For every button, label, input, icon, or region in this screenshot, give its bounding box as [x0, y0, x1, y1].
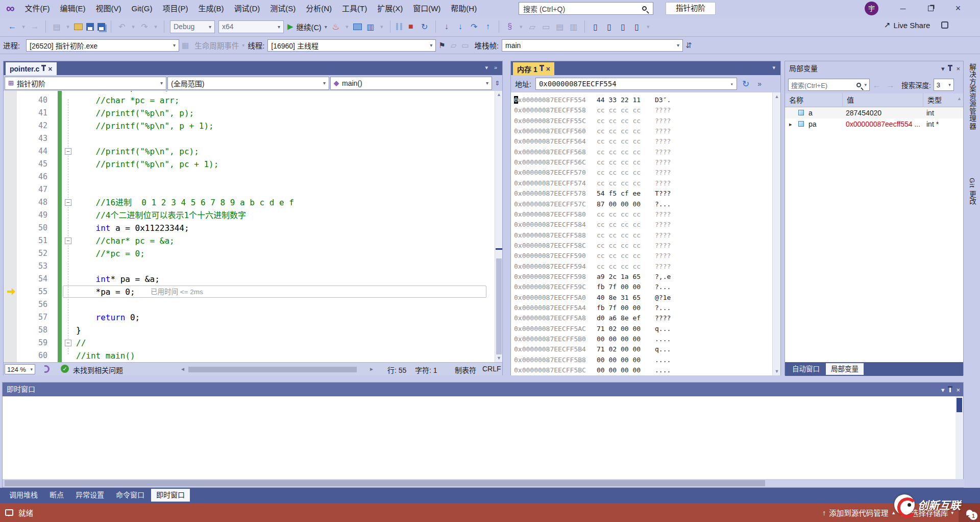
- variable-value[interactable]: 0x00000087eecff554 ...: [846, 118, 922, 130]
- scroll-up-icon[interactable]: ▲: [773, 92, 781, 101]
- navigate-back-icon[interactable]: ←: [7, 22, 17, 31]
- column-name[interactable]: 名称: [785, 93, 843, 107]
- scroll-up-icon[interactable]: ▲: [495, 91, 502, 99]
- memory-row[interactable]: 0x00000087EECFF58Ccc cc cc cc????: [511, 241, 773, 251]
- memory-row[interactable]: 0x00000087EECFF55444 33 22 11D3″.: [511, 95, 773, 105]
- column-type[interactable]: 类型: [923, 93, 956, 107]
- memory-row[interactable]: 0x00000087EECFF57854 f5 cf eeT???: [511, 188, 773, 199]
- hscrollbar-thumb[interactable]: [5, 480, 765, 486]
- code-line-49[interactable]: 49 //4个二进制位可以表示1个十六进制数字: [4, 209, 494, 222]
- step-over-icon[interactable]: ↷: [469, 22, 479, 32]
- fold-collapse-icon[interactable]: −: [65, 199, 71, 206]
- menu-item[interactable]: 窗口(W): [408, 0, 446, 17]
- immediate-input-area[interactable]: [3, 396, 955, 479]
- code-line-51[interactable]: 51− //char* pc = &a;: [4, 234, 494, 247]
- new-window-icon[interactable]: ▤: [52, 22, 62, 32]
- close-icon[interactable]: ×: [956, 61, 960, 76]
- menu-item[interactable]: 工具(T): [337, 0, 372, 17]
- current-statement-arrow-icon[interactable]: [7, 288, 15, 295]
- document-list-caret-icon[interactable]: ▾: [485, 64, 488, 71]
- breakpoint-caret-icon[interactable]: ▾: [519, 23, 524, 30]
- memory-row[interactable]: 0x00000087EECFF5B800 00 00 00....: [511, 355, 773, 365]
- previous-bookmark-icon[interactable]: ▯: [604, 22, 615, 32]
- tab-memory-1[interactable]: 内存 1 ×: [513, 62, 554, 75]
- new-window-caret-icon[interactable]: ▾: [65, 23, 70, 30]
- tab-pointer-c[interactable]: pointer.c ×: [6, 62, 57, 75]
- scroll-up-icon[interactable]: ▲: [957, 96, 962, 101]
- code-line-58[interactable]: 58}: [4, 324, 494, 337]
- process-select[interactable]: [26520] 指针初阶.exe▾: [26, 39, 179, 52]
- minimize-button[interactable]: ─: [889, 0, 917, 17]
- add-to-source-control-button[interactable]: ↑ 添加到源代码管理 ▲: [822, 507, 896, 518]
- save-all-icon[interactable]: [97, 23, 105, 31]
- code-line-44[interactable]: 44− //printf("%p\n", pc);: [4, 145, 494, 158]
- memory-row[interactable]: 0x00000087EECFF59Cfb 7f 00 00?...: [511, 282, 773, 292]
- undo-caret-icon[interactable]: ▾: [131, 23, 136, 30]
- scroll-down-icon[interactable]: ▼: [773, 367, 781, 375]
- code-line-46[interactable]: 46: [4, 171, 494, 183]
- pin-icon[interactable]: [949, 388, 951, 392]
- scroll-down-icon[interactable]: ▼: [495, 354, 502, 362]
- tab-调用堆栈[interactable]: 调用堆栈: [4, 489, 43, 502]
- column-value[interactable]: 值: [843, 93, 923, 107]
- live-share-button[interactable]: ↗ Live Share: [884, 20, 948, 30]
- lifecycle-events-label[interactable]: 生命周期事件: [194, 40, 239, 51]
- menu-item[interactable]: 测试(S): [265, 0, 301, 17]
- code-line-47[interactable]: 47: [4, 183, 494, 196]
- zoom-select[interactable]: 124 %▾: [5, 364, 35, 374]
- memory-row[interactable]: 0x00000087EECFF574cc cc cc cc????: [511, 178, 773, 188]
- solution-platform-select[interactable]: x64▾: [218, 20, 284, 33]
- memory-row[interactable]: 0x00000087EECFF558cc cc cc cc????: [511, 105, 773, 115]
- tab-断点[interactable]: 断点: [44, 489, 69, 502]
- toolbar-options-icon[interactable]: ⇵: [685, 41, 692, 50]
- menu-item[interactable]: 视图(V): [91, 0, 127, 17]
- restart-icon[interactable]: ↻: [420, 22, 430, 32]
- tab-自动窗口[interactable]: 自动窗口: [787, 363, 825, 375]
- menu-item[interactable]: 帮助(H): [446, 0, 482, 17]
- editor-horizontal-scrollbar[interactable]: ◄ ►: [180, 366, 374, 373]
- scrollbar-thumb[interactable]: [957, 398, 962, 412]
- variable-value[interactable]: 287454020: [846, 107, 922, 118]
- window-position-caret-icon[interactable]: ▾: [941, 383, 945, 397]
- bookmarks-caret-icon[interactable]: ▾: [646, 23, 651, 30]
- locals-row-pa[interactable]: ▸pa0x00000087eecff554 ...int *: [785, 118, 963, 130]
- memory-row[interactable]: 0x00000087EECFF560cc cc cc cc????: [511, 126, 773, 136]
- open-file-icon[interactable]: [74, 23, 83, 30]
- code-line-50[interactable]: 50 int a = 0x11223344;: [4, 222, 494, 234]
- hot-reload-caret-icon[interactable]: ▾: [345, 23, 350, 30]
- clear-bookmarks-icon[interactable]: ▯: [632, 22, 642, 32]
- fold-collapse-icon[interactable]: −: [65, 238, 71, 244]
- modules-icon[interactable]: ▥: [569, 22, 579, 32]
- address-input[interactable]: 0x00000087EECFF554▾: [535, 78, 737, 90]
- memory-row[interactable]: 0x00000087EECFF564cc cc cc cc????: [511, 136, 773, 147]
- memory-row[interactable]: 0x00000087EECFF590cc cc cc cc????: [511, 251, 773, 261]
- close-icon[interactable]: ×: [956, 383, 960, 397]
- fold-collapse-icon[interactable]: −: [65, 148, 71, 155]
- immediate-horizontal-scrollbar[interactable]: [3, 479, 964, 487]
- diagnostics-icon[interactable]: ▱: [527, 22, 537, 32]
- memory-row[interactable]: 0x00000087EECFF5B000 00 00 00....: [511, 334, 773, 344]
- break-all-icon[interactable]: [396, 23, 402, 30]
- toggle-bookmark-icon[interactable]: ▯: [591, 22, 601, 32]
- menu-item[interactable]: 调试(D): [229, 0, 265, 17]
- side-tab-Git 更改[interactable]: Git 更改: [967, 178, 977, 205]
- menu-item[interactable]: 生成(B): [193, 0, 229, 17]
- editor-vertical-scrollbar[interactable]: ▲ ▼: [495, 91, 502, 362]
- memory-scrollbar[interactable]: ▲ ▼: [772, 92, 780, 375]
- code-health-icon[interactable]: [44, 365, 50, 373]
- memory-row[interactable]: 0x00000087EECFF56Ccc cc cc cc????: [511, 157, 773, 168]
- editor-options-icon[interactable]: »: [494, 64, 497, 70]
- flag-icon[interactable]: ⚑: [438, 41, 445, 50]
- tab-命令窗口[interactable]: 命令窗口: [111, 489, 150, 502]
- menu-item[interactable]: 分析(N): [301, 0, 337, 17]
- search-next-icon[interactable]: →: [887, 81, 894, 89]
- project-quick-launch-button[interactable]: 指针初阶: [666, 2, 716, 15]
- function-select[interactable]: ◆main()▾: [330, 77, 492, 90]
- memory-row[interactable]: 0x00000087EECFF57C87 00 00 00?...: [511, 199, 773, 209]
- memory-grid[interactable]: 0x00000087EECFF55444 33 22 11D3″.0x00000…: [511, 92, 773, 375]
- split-editor-handle[interactable]: ⇕: [493, 80, 501, 87]
- close-tab-icon[interactable]: ×: [546, 65, 550, 73]
- memory-row[interactable]: 0x00000087EECFF5A8d0 a6 8e ef????: [511, 313, 773, 323]
- window-position-caret-icon[interactable]: ▾: [941, 61, 945, 76]
- undo-icon[interactable]: ↶: [117, 22, 127, 32]
